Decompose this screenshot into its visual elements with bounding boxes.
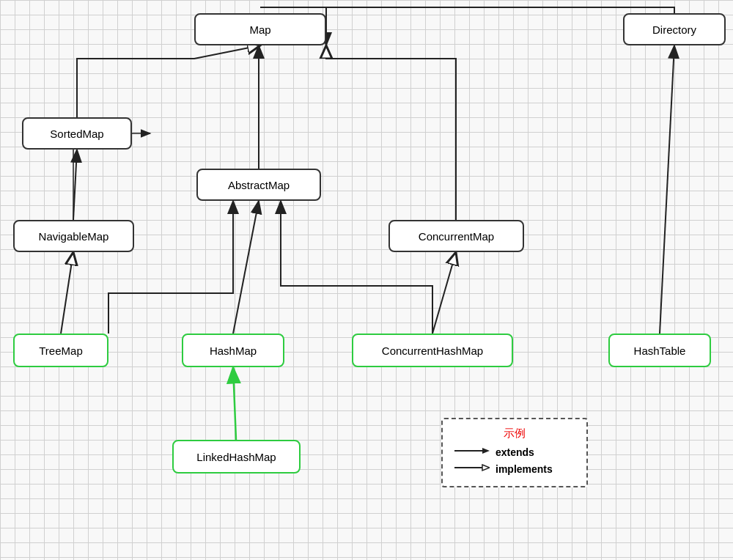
svg-line-9 xyxy=(233,367,236,440)
legend-extends-row: extends xyxy=(454,445,575,459)
node-directory-label: Directory xyxy=(652,23,696,36)
legend-implements-row: implements xyxy=(454,462,575,476)
node-linkedhashmap-label: LinkedHashMap xyxy=(196,451,276,463)
extends-arrow-icon xyxy=(454,445,490,459)
node-abstractmap-label: AbstractMap xyxy=(228,179,290,191)
node-map-label: Map xyxy=(249,23,270,36)
svg-line-3 xyxy=(73,150,77,220)
node-sortedmap: SortedMap xyxy=(22,117,132,150)
node-hashtable: HashTable xyxy=(608,334,711,367)
node-hashmap-label: HashMap xyxy=(210,345,257,357)
node-map: Map xyxy=(194,13,326,45)
extends-label: extends xyxy=(496,446,534,458)
implements-arrow-icon xyxy=(454,462,490,476)
node-hashtable-label: HashTable xyxy=(634,345,686,357)
implements-label: implements xyxy=(496,463,553,475)
node-hashmap: HashMap xyxy=(182,334,284,367)
node-directory: Directory xyxy=(623,13,726,45)
svg-marker-13 xyxy=(482,465,490,471)
node-concurrenthashmap-label: ConcurrentHashMap xyxy=(382,345,483,357)
node-concurrenthashmap: ConcurrentHashMap xyxy=(352,334,513,367)
svg-line-8 xyxy=(660,45,674,334)
legend-title: 示例 xyxy=(454,427,575,441)
svg-line-6 xyxy=(233,201,259,334)
node-linkedhashmap: LinkedHashMap xyxy=(172,440,301,474)
node-sortedmap-label: SortedMap xyxy=(50,128,103,140)
diagram-container: Map Directory SortedMap AbstractMap Navi… xyxy=(0,0,733,560)
node-treemap: TreeMap xyxy=(13,334,108,367)
svg-line-5 xyxy=(61,252,73,334)
node-abstractmap: AbstractMap xyxy=(196,169,321,201)
node-concurrentmap: ConcurrentMap xyxy=(388,220,524,252)
arrows-svg xyxy=(0,0,733,560)
svg-line-7 xyxy=(432,252,456,334)
svg-marker-11 xyxy=(482,448,490,454)
node-navigablemap-label: NavigableMap xyxy=(39,230,109,243)
node-navigablemap: NavigableMap xyxy=(13,220,134,252)
node-concurrentmap-label: ConcurrentMap xyxy=(419,230,494,243)
node-treemap-label: TreeMap xyxy=(39,345,82,357)
legend-box: 示例 extends implements xyxy=(441,418,588,487)
